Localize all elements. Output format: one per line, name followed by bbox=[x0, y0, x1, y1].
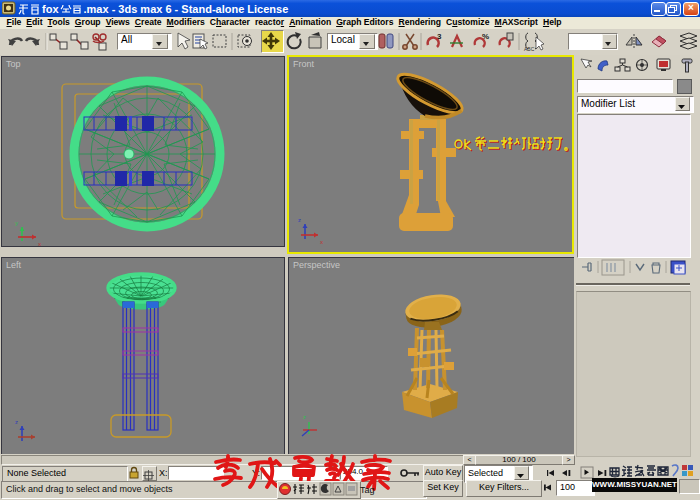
svg-text:z: z bbox=[303, 414, 306, 420]
svg-text:z: z bbox=[298, 217, 301, 223]
svg-text:x: x bbox=[320, 239, 323, 245]
svg-text:y: y bbox=[15, 220, 18, 226]
svg-text:x: x bbox=[38, 241, 41, 246]
svg-text:z: z bbox=[15, 419, 18, 425]
